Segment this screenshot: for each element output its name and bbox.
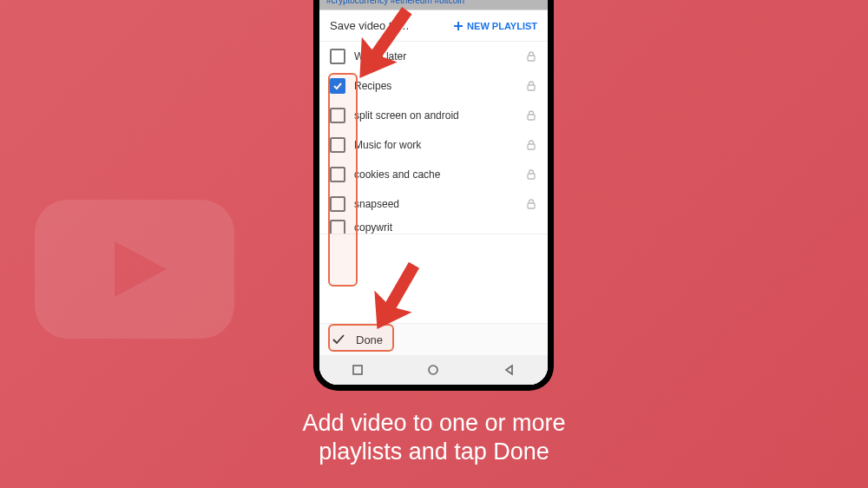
checkbox[interactable] [330,196,345,212]
list-item[interactable]: copywrit [319,219,548,234]
svg-rect-4 [528,115,535,120]
list-item[interactable]: cookies and cache [319,160,548,189]
instruction-caption: Add video to one or more playlists and t… [0,409,868,468]
phone-frame: grand Otkrij put kafe Adwww.grandkafa.rs… [313,0,554,391]
checkbox[interactable] [330,49,345,64]
list-item[interactable]: Recipes [319,71,548,101]
svg-marker-10 [506,366,512,374]
playlist-label: copywrit [354,221,537,234]
video-hashtags[interactable]: #cryptocurrency #ethereum #bitcoin [319,0,548,10]
checkbox[interactable] [330,108,345,123]
svg-point-9 [429,366,437,374]
lock-icon [525,139,537,151]
svg-rect-8 [353,366,362,374]
checkbox-checked[interactable] [330,78,345,94]
home-icon[interactable] [427,364,439,376]
check-icon [332,81,343,91]
check-icon [332,333,345,346]
phone-screen: grand Otkrij put kafe Adwww.grandkafa.rs… [319,0,548,385]
svg-rect-6 [528,174,535,179]
lock-icon [525,198,537,210]
android-navbar [319,355,548,385]
svg-rect-2 [528,56,535,61]
playlist-label: snapseed [354,198,516,210]
recents-icon[interactable] [352,364,364,376]
new-playlist-button[interactable]: NEW PLAYLIST [453,21,537,31]
playlist-list: Watch later Recipes split screen on andr… [319,42,548,323]
lock-icon [525,109,537,122]
done-label: Done [356,333,383,346]
plus-icon [453,21,464,31]
playlist-label: Music for work [354,139,516,151]
checkbox[interactable] [330,167,345,182]
playlist-label: cookies and cache [354,168,516,181]
svg-rect-3 [528,85,535,90]
list-item[interactable]: snapseed [319,189,548,219]
done-button[interactable]: Done [319,323,548,355]
save-to-playlist-dialog: Save video to… NEW PLAYLIST Watch later … [319,10,548,385]
playlist-label: Watch later [354,50,516,63]
lock-icon [525,80,537,92]
lock-icon [525,168,537,181]
svg-rect-5 [528,144,535,149]
checkbox[interactable] [330,137,345,153]
youtube-logo-watermark [35,200,234,339]
svg-rect-7 [528,203,535,208]
list-item[interactable]: split screen on android [319,101,548,130]
list-item[interactable]: Watch later [319,42,548,71]
playlist-label: split screen on android [354,109,516,122]
list-item[interactable]: Music for work [319,130,548,160]
playlist-label: Recipes [354,80,516,92]
checkbox[interactable] [330,220,345,234]
dialog-title: Save video to… [330,19,453,32]
lock-icon [525,50,537,63]
back-icon[interactable] [503,364,516,376]
